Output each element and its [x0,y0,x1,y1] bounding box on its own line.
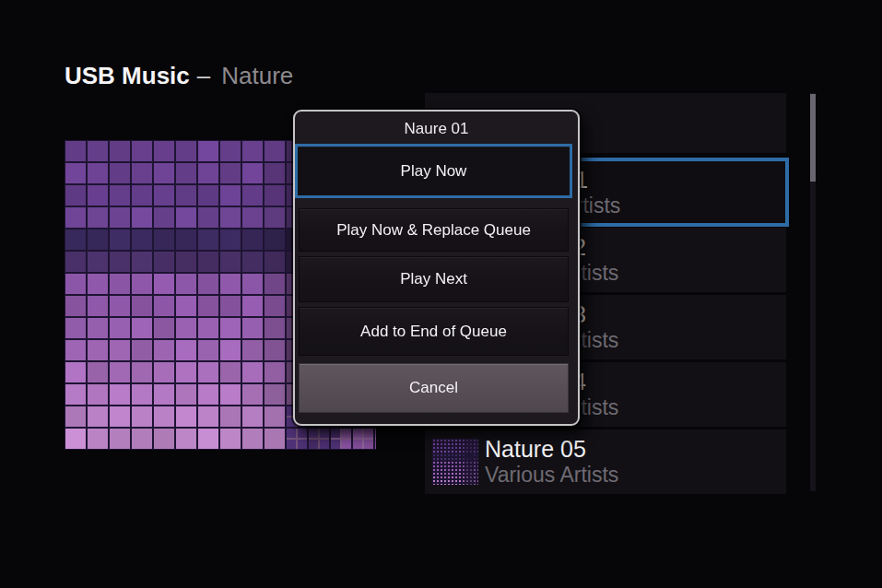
title-separator: – [197,62,210,89]
dialog-button-play-now[interactable]: Play Now [295,144,572,198]
track-meta: Nature 05Various Artists [485,436,618,488]
page-title-source: USB Music [65,62,190,89]
screen: USB Music–Nature Nature 01Various Artist… [0,0,882,588]
dialog-title: Naure 01 [295,120,578,138]
context-menu-dialog: Naure 01 Play NowPlay Now & Replace Queu… [293,110,580,426]
breadcrumb-current: Nature [221,62,293,89]
track-artist: Various Artists [485,463,618,488]
dialog-button-play-now-replace-queue[interactable]: Play Now & Replace Queue [299,208,569,252]
track-row-5[interactable]: Nature 05Various Artists [425,429,786,494]
dialog-button-cancel[interactable]: Cancel [299,363,569,413]
page-title: USB Music–Nature [65,61,293,90]
dialog-button-add-to-end-of-queue[interactable]: Add to End of Queue [299,307,569,356]
dialog-button-play-next[interactable]: Play Next [299,256,569,302]
scrollbar[interactable] [810,93,816,491]
scrollbar-thumb[interactable] [810,94,816,182]
track-title: Nature 05 [485,436,618,463]
album-thumbnail [432,439,478,485]
